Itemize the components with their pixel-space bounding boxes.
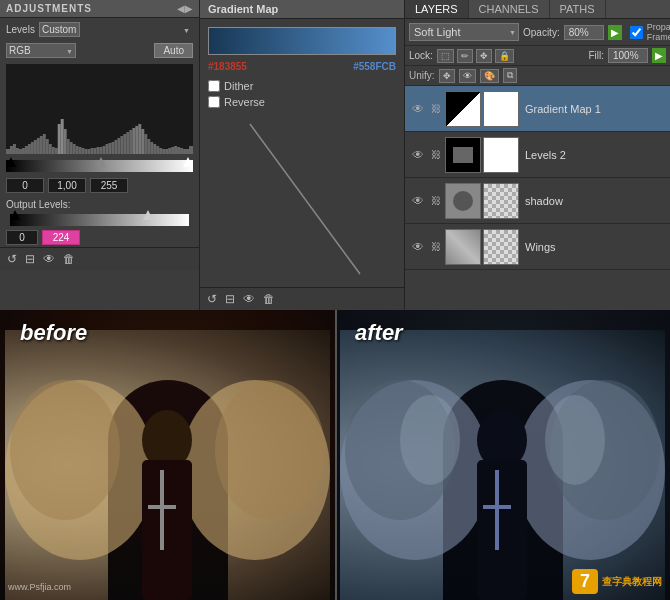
propagate-checkbox[interactable] [630,26,643,39]
output-black-input[interactable]: 0 [6,230,38,245]
layers-list: 👁 ⛓ Gradient Map 1 👁 ⛓ [405,86,670,310]
svg-rect-58 [180,148,183,154]
layer-thumb-gradient-map-mask [483,91,519,127]
unify-position-btn[interactable]: ✥ [439,69,455,83]
output-levels-slider[interactable] [10,214,189,226]
layer-eye-gradient-map[interactable]: 👁 [409,100,427,118]
input-levels-slider[interactable] [6,160,193,172]
svg-point-76 [545,395,605,485]
lock-paint-btn[interactable]: ✏ [457,49,473,63]
fill-input[interactable]: 100% [608,48,648,63]
unify-style-btn[interactable]: 🎨 [480,69,499,83]
output-black-handle[interactable] [10,210,20,220]
svg-rect-2 [13,144,16,154]
layer-eye-shadow[interactable]: 👁 [409,192,427,210]
lock-all-btn[interactable]: 🔒 [495,49,514,63]
output-levels-row: Output Levels: [0,195,199,214]
mid-level-input[interactable]: 1,00 [48,178,86,193]
histogram-svg [6,64,193,154]
panel-collapse-arrows[interactable]: ◀▶ [177,3,193,14]
layer-thumb-shadow-mask [483,183,519,219]
output-white-input[interactable]: 224 [42,230,80,245]
layer-item-shadow[interactable]: 👁 ⛓ shadow [405,178,670,224]
lock-move-btn[interactable]: ✥ [476,49,492,63]
svg-rect-22 [73,144,76,154]
thumb-white-content [484,92,518,126]
black-level-input[interactable]: 0 [6,178,44,193]
layer-eye-levels[interactable]: 👁 [409,146,427,164]
svg-rect-12 [43,134,46,154]
thumb-checker-content [484,184,518,218]
fill-arrow-btn[interactable]: ▶ [652,48,666,63]
svg-rect-28 [91,148,94,154]
clip-button[interactable]: ⊟ [22,251,38,267]
svg-rect-34 [108,143,111,154]
svg-rect-14 [49,144,52,154]
dither-label: Dither [224,80,253,92]
gradient-bar[interactable] [208,27,396,55]
unify-clipping-btn[interactable]: ⧉ [503,68,517,83]
channel-select-wrapper: RGB [6,43,76,58]
svg-rect-13 [46,139,49,154]
reverse-checkbox[interactable] [208,96,220,108]
trash-button[interactable]: 🗑 [60,251,78,267]
layer-item-wings[interactable]: 👁 ⛓ Wings [405,224,670,270]
unify-row: Unify: ✥ 👁 🎨 ⧉ [405,66,670,86]
clip-gradient-button[interactable]: ⊟ [222,291,238,307]
preset-select-wrapper: Custom [39,22,193,37]
dither-checkbox[interactable] [208,80,220,92]
eye-gradient-toggle[interactable]: 👁 [240,291,258,307]
svg-rect-27 [88,149,91,154]
svg-point-75 [400,395,460,485]
after-image [335,310,670,600]
svg-rect-33 [105,144,108,154]
gradient-toolbar: ↺ ⊟ 👁 🗑 [200,287,404,310]
unify-label: Unify: [409,70,435,81]
blend-mode-select[interactable]: Soft Light Normal Multiply Screen Overla… [409,23,519,41]
midtone-handle[interactable] [96,157,106,167]
lock-transparent-btn[interactable]: ⬚ [437,49,454,63]
white-point-handle[interactable] [183,157,193,167]
preset-select[interactable]: Custom [39,22,80,37]
reset-gradient-button[interactable]: ↺ [204,291,220,307]
gradient-color-right: #558FCB [353,61,396,72]
tab-paths[interactable]: PATHS [550,0,606,18]
layer-eye-wings[interactable]: 👁 [409,238,427,256]
svg-rect-39 [123,134,126,154]
trash-gradient-button[interactable]: 🗑 [260,291,278,307]
black-point-handle[interactable] [6,157,16,167]
svg-rect-23 [76,146,79,154]
svg-rect-47 [147,139,150,154]
layer-name-shadow: shadow [525,195,666,207]
layer-item-gradient-map[interactable]: 👁 ⛓ Gradient Map 1 [405,86,670,132]
reset-button[interactable]: ↺ [4,251,20,267]
lock-fill-row: Lock: ⬚ ✏ ✥ 🔒 Fill: 100% ▶ [405,46,670,66]
svg-rect-21 [70,142,73,154]
adjustments-title-bar: ADJUSTMENTS ◀▶ [0,0,199,18]
output-white-handle[interactable] [143,210,153,220]
svg-rect-43 [135,126,138,154]
layer-name-wings: Wings [525,241,666,253]
svg-rect-80 [483,505,511,509]
tab-layers[interactable]: LAYERS [405,0,469,18]
opacity-arrow-btn[interactable]: ▶ [608,25,622,40]
layer-thumb-levels-mask [483,137,519,173]
svg-rect-41 [129,130,132,154]
eye-toggle[interactable]: 👁 [40,251,58,267]
opacity-input[interactable]: 80% [564,25,604,40]
svg-rect-5 [22,148,25,154]
svg-rect-37 [117,138,120,154]
layer-thumbs-wings [445,229,519,265]
svg-rect-70 [148,505,176,509]
svg-rect-11 [40,136,43,154]
gradient-options: Dither Reverse [200,74,404,114]
channel-select[interactable]: RGB [6,43,76,58]
svg-rect-0 [6,149,10,154]
adjustments-title: ADJUSTMENTS [6,3,92,14]
svg-rect-55 [171,147,174,154]
layer-item-levels[interactable]: 👁 ⛓ Levels 2 [405,132,670,178]
unify-visibility-btn[interactable]: 👁 [459,69,476,83]
white-level-input[interactable]: 255 [90,178,128,193]
auto-button[interactable]: Auto [154,43,193,58]
tab-channels[interactable]: CHANNELS [469,0,550,18]
